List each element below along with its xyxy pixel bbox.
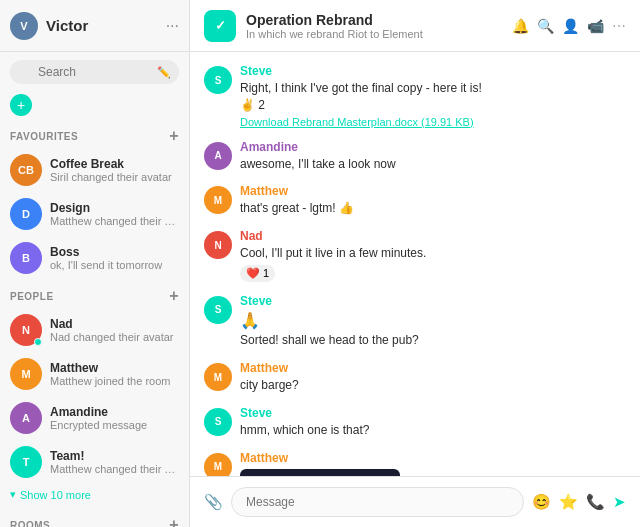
more-header-icon[interactable]: ⋯ — [612, 18, 626, 34]
nad-info: Nad Nad changed their avatar — [50, 317, 179, 343]
send-icon[interactable]: ➤ — [613, 493, 626, 511]
message-5: S Steve 🙏 Sorted! shall we head to the p… — [204, 294, 626, 349]
msg-6-avatar: M — [204, 363, 232, 391]
msg-4-reaction[interactable]: ❤️ 1 — [240, 265, 275, 282]
message-3: M Matthew that's great - lgtm! 👍 — [204, 184, 626, 217]
favourites-label: FAVOURITES — [10, 131, 169, 142]
msg-5-emoji: 🙏 — [240, 310, 626, 332]
msg-5-sender: Steve — [240, 294, 626, 308]
msg-8-sender: Matthew — [240, 451, 626, 465]
video-icon[interactable]: 📹 — [587, 18, 604, 34]
message-1: S Steve Right, I think I've got the fina… — [204, 64, 626, 128]
more-options-icon[interactable]: ··· — [166, 17, 179, 35]
msg-8-avatar: M — [204, 453, 232, 476]
msg-3-sender: Matthew — [240, 184, 626, 198]
team-name: Team! — [50, 449, 179, 463]
msg-1-file[interactable]: Download Rebrand Masterplan.docx (19.91 … — [240, 116, 626, 128]
msg-4-content: Nad Cool, I'll put it live in a few minu… — [240, 229, 626, 282]
message-8: M Matthew — [204, 451, 626, 476]
matthew-info: Matthew Matthew joined the room — [50, 361, 179, 387]
matthew-preview: Matthew joined the room — [50, 375, 179, 387]
sidebar-item-amandine[interactable]: A Amandine Encrypted message — [0, 396, 189, 440]
msg-3-text: that's great - lgtm! 👍 — [240, 200, 626, 217]
compose-icon[interactable]: ✏️ — [157, 66, 171, 79]
chat-main: ✓ Operation Rebrand In which we rebrand … — [190, 0, 640, 527]
favourites-add-icon[interactable]: + — [169, 128, 179, 144]
search-wrapper: 🔍 ✏️ — [10, 60, 179, 84]
show-more-people-label: Show 10 more — [20, 489, 91, 501]
msg-8-content: Matthew — [240, 451, 626, 476]
message-6: M Matthew city barge? — [204, 361, 626, 394]
compose-button[interactable]: + — [10, 94, 32, 116]
rooms-add-icon[interactable]: + — [169, 517, 179, 527]
coffee-break-avatar: CB — [10, 154, 42, 186]
matthew-avatar: M — [10, 358, 42, 390]
bell-icon[interactable]: 🔔 — [512, 18, 529, 34]
message-input[interactable] — [231, 487, 524, 517]
boss-preview: ok, I'll send it tomorrow — [50, 259, 179, 271]
chat-room-subtitle: In which we rebrand Riot to Element — [246, 28, 502, 40]
search-header-icon[interactable]: 🔍 — [537, 18, 554, 34]
members-icon[interactable]: 👤 — [562, 18, 579, 34]
coffee-break-name: Coffee Break — [50, 157, 179, 171]
msg-2-avatar: A — [204, 142, 232, 170]
msg-8-image[interactable] — [240, 469, 400, 476]
boss-info: Boss ok, I'll send it tomorrow — [50, 245, 179, 271]
search-input[interactable] — [10, 60, 179, 84]
boss-name: Boss — [50, 245, 179, 259]
show-more-people[interactable]: ▾ Show 10 more — [0, 484, 189, 509]
message-4: N Nad Cool, I'll put it live in a few mi… — [204, 229, 626, 282]
amandine-name: Amandine — [50, 405, 179, 419]
message-7: S Steve hmm, which one is that? — [204, 406, 626, 439]
sidebar-scroll: + FAVOURITES + CB Coffee Break Siril cha… — [0, 92, 189, 527]
chat-messages: S Steve Right, I think I've got the fina… — [190, 52, 640, 476]
msg-6-text: city barge? — [240, 377, 626, 394]
attach-icon[interactable]: 📎 — [204, 493, 223, 511]
coffee-break-info: Coffee Break Siril changed their avatar — [50, 157, 179, 183]
voice-icon[interactable]: 📞 — [586, 493, 605, 511]
chat-header-info: Operation Rebrand In which we rebrand Ri… — [246, 12, 502, 40]
design-avatar: D — [10, 198, 42, 230]
sidebar-item-nad[interactable]: N Nad Nad changed their avatar — [0, 308, 189, 352]
msg-7-avatar: S — [204, 408, 232, 436]
msg-3-content: Matthew that's great - lgtm! 👍 — [240, 184, 626, 217]
sidebar-item-coffee-break[interactable]: CB Coffee Break Siril changed their avat… — [0, 148, 189, 192]
favourites-section-header: FAVOURITES + — [0, 120, 189, 148]
user-avatar[interactable]: V — [10, 12, 38, 40]
msg-7-text: hmm, which one is that? — [240, 422, 626, 439]
team-preview: Matthew changed their avatar — [50, 463, 179, 475]
msg-5-avatar: S — [204, 296, 232, 324]
chevron-down-icon: ▾ — [10, 488, 16, 501]
matthew-name: Matthew — [50, 361, 179, 375]
people-label: PEOPLE — [10, 291, 169, 302]
msg-4-sender: Nad — [240, 229, 626, 243]
people-add-icon[interactable]: + — [169, 288, 179, 304]
design-info: Design Matthew changed their avatar — [50, 201, 179, 227]
nad-name: Nad — [50, 317, 179, 331]
msg-1-text: Right, I think I've got the final copy -… — [240, 80, 626, 97]
rooms-label: ROOMS — [10, 520, 169, 528]
chat-header: ✓ Operation Rebrand In which we rebrand … — [190, 0, 640, 52]
chat-room-name: Operation Rebrand — [246, 12, 502, 28]
sidebar-item-design[interactable]: D Design Matthew changed their avatar — [0, 192, 189, 236]
coffee-break-preview: Siril changed their avatar — [50, 171, 179, 183]
msg-7-sender: Steve — [240, 406, 626, 420]
msg-5-content: Steve 🙏 Sorted! shall we head to the pub… — [240, 294, 626, 349]
msg-3-avatar: M — [204, 186, 232, 214]
sidebar-item-boss[interactable]: B Boss ok, I'll send it tomorrow — [0, 236, 189, 280]
sticker-icon[interactable]: ⭐ — [559, 493, 578, 511]
chat-header-icons: 🔔 🔍 👤 📹 ⋯ — [512, 18, 626, 34]
msg-5-text: Sorted! shall we head to the pub? — [240, 332, 626, 349]
msg-6-sender: Matthew — [240, 361, 626, 375]
emoji-icon[interactable]: 😊 — [532, 493, 551, 511]
boss-avatar: B — [10, 242, 42, 274]
msg-6-content: Matthew city barge? — [240, 361, 626, 394]
msg-2-sender: Amandine — [240, 140, 626, 154]
team-avatar: T — [10, 446, 42, 478]
sidebar-item-matthew[interactable]: M Matthew Matthew joined the room — [0, 352, 189, 396]
msg-2-content: Amandine awesome, I'll take a look now — [240, 140, 626, 173]
sidebar-item-team[interactable]: T Team! Matthew changed their avatar — [0, 440, 189, 484]
msg-1-emoji: ✌️ 2 — [240, 97, 626, 114]
msg-4-text: Cool, I'll put it live in a few minutes. — [240, 245, 626, 262]
message-2: A Amandine awesome, I'll take a look now — [204, 140, 626, 173]
